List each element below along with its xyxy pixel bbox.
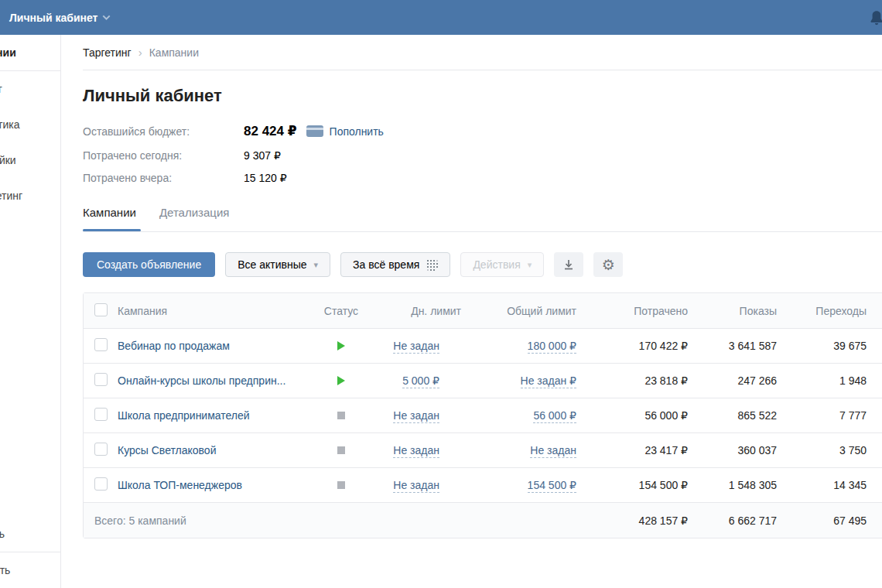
notifications-bell-icon[interactable] [867, 9, 882, 31]
day-limit-link[interactable]: Не задан [393, 340, 439, 354]
campaign-link[interactable]: Онлайн-курсы школы предприн... [118, 374, 285, 387]
page-title: Личный кабинет [83, 86, 882, 106]
sidebar-item-label: Бюджет [0, 83, 2, 95]
sidebar-item-label: Статистика [0, 118, 20, 131]
campaigns-table: Кампания Статус Дн. лимит Общий лимит По… [83, 292, 882, 538]
sidebar-item-label: Свернуть [0, 564, 10, 576]
sidebar-bottom-items: ПомощьСвернуть [0, 516, 60, 588]
download-icon [562, 258, 575, 271]
sidebar-item-4[interactable]: Ретаргетинг [0, 178, 60, 214]
sidebar-item-label: Настройки [0, 154, 16, 166]
status-stopped-icon[interactable] [337, 446, 345, 454]
breadcrumb-parent[interactable]: Таргетинг [83, 46, 132, 59]
status-stopped-icon[interactable] [337, 481, 345, 489]
tabs: Кампании Детализация [83, 206, 882, 231]
campaign-link[interactable]: Вебинар по продажам [118, 340, 230, 352]
breadcrumb-divider [83, 70, 882, 70]
impressions-cell: 360 037 [689, 444, 777, 456]
campaign-link[interactable]: Школа предпринимателей [118, 409, 250, 422]
row-checkbox[interactable] [94, 477, 108, 491]
spent-yesterday-label: Потрачено вчера: [83, 172, 244, 184]
tab-detailing[interactable]: Детализация [159, 206, 230, 231]
sidebar-item-2[interactable]: Статистика [0, 107, 60, 142]
gear-icon: ⚙ [602, 258, 615, 272]
col-total-limit: Общий лимит [463, 305, 579, 317]
totals-impressions: 6 662 717 [689, 514, 777, 527]
spent-cell: 170 422 ₽ [579, 340, 689, 352]
spent-yesterday-value: 15 120 ₽ [244, 172, 287, 184]
settings-button[interactable]: ⚙ [593, 252, 623, 277]
tab-campaigns[interactable]: Кампании [83, 206, 136, 231]
topbar-title: Личный кабинет [9, 12, 97, 24]
sidebar-item-0[interactable]: Кампании [0, 35, 60, 70]
col-impressions: Показы [689, 305, 777, 317]
create-ad-button[interactable]: Создать объявление [83, 252, 215, 277]
status-active-icon[interactable] [337, 341, 345, 350]
budget-remaining-row: Оставшийся бюджет: 82 424 ₽ Пополнить [83, 123, 882, 139]
day-limit-link[interactable]: Не задан [393, 409, 439, 423]
cabinet-switcher[interactable]: Личный кабинет [9, 12, 109, 24]
select-all-checkbox[interactable] [94, 303, 108, 316]
row-checkbox[interactable] [94, 408, 108, 421]
row-checkbox[interactable] [94, 443, 108, 456]
col-campaign: Кампания [118, 305, 319, 317]
chevron-down-icon [103, 12, 111, 20]
spent-today-label: Потрачено сегодня: [83, 149, 244, 162]
sidebar-item-label: Помощь [0, 528, 5, 540]
total-limit-link[interactable]: Не задан [530, 444, 576, 458]
total-limit-link[interactable]: Не задан ₽ [521, 374, 576, 388]
sidebar-item-label: Ретаргетинг [0, 190, 22, 202]
actions-dropdown[interactable]: Действия ▾ [460, 252, 544, 277]
caret-down-icon: ▾ [314, 260, 319, 270]
export-download-button[interactable] [554, 252, 583, 277]
col-day-limit: Дн. лимит [364, 305, 463, 317]
table-row: Школа ТОП-менеджеров Не задан 154 500 ₽ … [84, 468, 882, 503]
impressions-cell: 865 522 [689, 409, 777, 422]
row-checkbox[interactable] [94, 373, 108, 386]
sidebar-item-3[interactable]: Настройки [0, 142, 60, 178]
breadcrumb-separator-icon: › [138, 46, 142, 59]
col-clicks: Переходы [777, 305, 882, 317]
status-active-icon[interactable] [337, 376, 345, 385]
sidebar-item-1[interactable]: Бюджет [0, 71, 60, 107]
period-filter-button[interactable]: За всё время [340, 252, 450, 277]
toolbar: Создать объявление Все активные ▾ За всё… [83, 252, 882, 277]
sidebar-item-label: Кампании [0, 46, 16, 59]
sidebar-bottom-item-1[interactable]: Свернуть [0, 552, 60, 588]
campaign-link[interactable]: Курсы Светлаковой [118, 444, 216, 456]
spent-cell: 23 818 ₽ [579, 374, 689, 387]
total-limit-link[interactable]: 180 000 ₽ [528, 340, 576, 354]
status-stopped-icon[interactable] [337, 412, 345, 419]
clicks-cell: 3 750 [777, 444, 882, 456]
spent-today-value: 9 307 ₽ [244, 149, 281, 162]
col-spent: Потрачено [579, 305, 689, 317]
table-footer-row: Всего: 5 кампаний 428 157 ₽ 6 662 717 67… [84, 503, 882, 538]
col-status: Статус [319, 305, 364, 317]
tabs-divider [83, 231, 882, 232]
table-header-row: Кампания Статус Дн. лимит Общий лимит По… [84, 293, 882, 329]
budget-remaining-value: 82 424 ₽ [244, 123, 297, 139]
table-body: Вебинар по продажам Не задан 180 000 ₽ 1… [84, 329, 882, 503]
status-filter-dropdown[interactable]: Все активные ▾ [225, 252, 330, 277]
total-limit-link[interactable]: 56 000 ₽ [533, 409, 576, 423]
table-row: Курсы Светлаковой Не задан Не задан 23 4… [84, 433, 882, 468]
status-filter-label: Все активные [238, 258, 306, 271]
campaign-link[interactable]: Школа ТОП-менеджеров [118, 479, 242, 491]
day-limit-link[interactable]: 5 000 ₽ [402, 374, 439, 388]
totals-label: Всего: 5 кампаний [84, 514, 579, 527]
impressions-cell: 1 548 305 [689, 479, 777, 491]
breadcrumb-current: Кампании [149, 46, 199, 59]
sidebar-main-items: КампанииБюджетСтатистикаНастройкиРетарге… [0, 35, 60, 214]
spent-cell: 154 500 ₽ [579, 479, 689, 491]
sidebar-bottom-item-0[interactable]: Помощь [0, 516, 60, 552]
day-limit-link[interactable]: Не задан [393, 479, 439, 493]
period-filter-label: За всё время [353, 258, 419, 271]
day-limit-link[interactable]: Не задан [393, 444, 439, 458]
row-checkbox[interactable] [94, 338, 108, 351]
sidebar: КампанииБюджетСтатистикаНастройкиРетарге… [0, 35, 61, 588]
total-limit-link[interactable]: 154 500 ₽ [528, 479, 576, 493]
clicks-cell: 1 948 [777, 374, 882, 387]
topup-link[interactable]: Пополнить [330, 125, 384, 138]
impressions-cell: 247 266 [689, 374, 777, 387]
calendar-grid-icon [426, 259, 438, 271]
